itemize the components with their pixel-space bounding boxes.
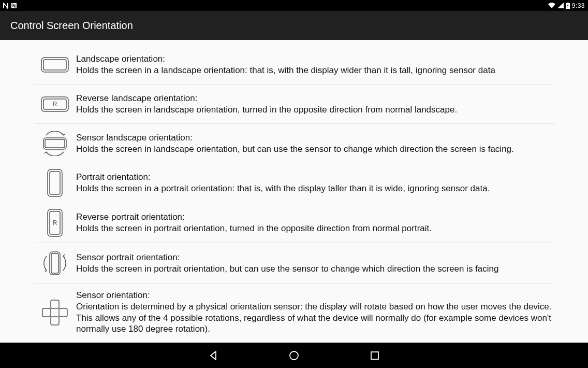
list-item[interactable]: Portrait orientation: Holds the screen i…: [34, 163, 554, 203]
status-time: 9:33: [572, 2, 585, 9]
list-item[interactable]: R Reverse portrait orientation: Holds th…: [34, 203, 554, 243]
notification-app-icon: [11, 3, 17, 8]
landscape-icon: [34, 57, 76, 73]
svg-rect-11: [50, 172, 60, 194]
app-title: Control Screen Orientation: [10, 20, 133, 32]
item-desc: Holds the screen in portrait orientation…: [76, 223, 432, 233]
status-bar: 9:33: [0, 0, 588, 11]
portrait-icon: [34, 169, 76, 197]
svg-text:R: R: [53, 219, 57, 227]
item-desc: Orientation is determined by a physical …: [76, 302, 552, 334]
list-item[interactable]: Sensor landscape orientation: Holds the …: [34, 124, 554, 163]
svg-rect-9: [45, 139, 65, 148]
item-title: Sensor orientation:: [76, 290, 150, 300]
wifi-icon: [548, 3, 555, 8]
list-item[interactable]: Sensor portrait orientation: Holds the s…: [34, 243, 554, 284]
item-title: Reverse landscape orientation:: [76, 93, 197, 103]
content-list[interactable]: Landscape orientation: Holds the screen …: [0, 40, 588, 343]
battery-icon: [566, 3, 570, 9]
svg-text:R: R: [53, 101, 57, 108]
item-title: Portrait orientation:: [76, 172, 151, 182]
list-item[interactable]: R Reverse landscape orientation: Holds t…: [34, 84, 554, 124]
svg-rect-2: [567, 3, 568, 4]
reverse-landscape-icon: R: [34, 96, 76, 112]
item-title: Reverse portrait orientation:: [76, 212, 185, 222]
cell-signal-icon: [557, 3, 564, 8]
home-button[interactable]: [287, 349, 301, 362]
item-title: Landscape orientation:: [76, 54, 165, 64]
svg-rect-19: [42, 308, 51, 317]
list-item[interactable]: Sensor orientation: Orientation is deter…: [34, 284, 554, 341]
recent-apps-button[interactable]: [368, 349, 381, 362]
sensor-orientation-icon: [34, 298, 76, 327]
reverse-portrait-icon: R: [34, 209, 76, 237]
svg-point-21: [290, 351, 298, 360]
svg-rect-18: [51, 317, 59, 325]
item-desc: Holds the screen in landscape orientatio…: [76, 105, 457, 115]
svg-rect-4: [43, 60, 66, 70]
item-desc: Holds the screen in a portrait orientati…: [76, 183, 490, 193]
back-button[interactable]: [207, 349, 220, 362]
app-bar: Control Screen Orientation: [0, 11, 588, 40]
sensor-portrait-icon: [34, 249, 76, 278]
svg-rect-16: [51, 253, 58, 273]
item-desc: Holds the screen in portrait orientation…: [76, 264, 498, 274]
navigation-bar: [0, 343, 588, 368]
item-desc: Holds the screen in landscape orientatio…: [76, 144, 514, 154]
item-title: Sensor landscape orientation:: [76, 133, 193, 143]
svg-rect-22: [371, 352, 378, 359]
svg-rect-17: [51, 300, 59, 308]
svg-rect-20: [59, 308, 67, 317]
notification-n-icon: [3, 3, 9, 9]
list-item[interactable]: Landscape orientation: Holds the screen …: [34, 45, 554, 84]
item-desc: Holds the screen in a landscape orientat…: [76, 65, 495, 75]
item-title: Sensor portrait orientation:: [76, 252, 180, 262]
sensor-landscape-icon: [34, 131, 76, 156]
